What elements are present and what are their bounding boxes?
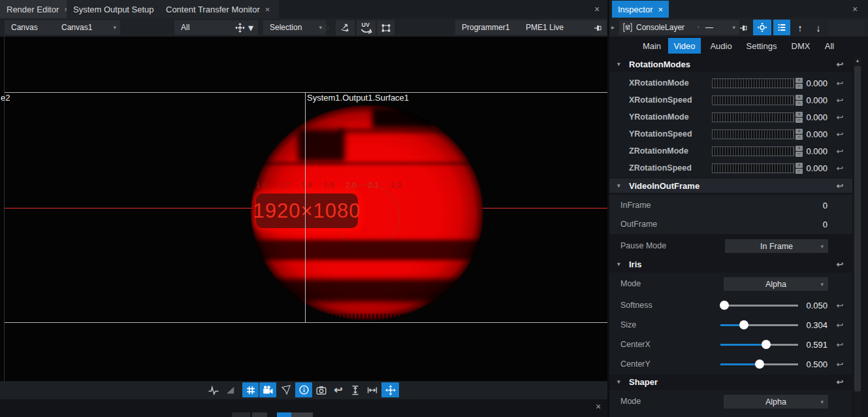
uv-edit-button[interactable]: UV <box>357 20 376 35</box>
pause-mode-dropdown[interactable]: In Frame ▾ <box>725 239 828 253</box>
chevron-down-icon: ▾ <box>820 281 824 288</box>
scroll-up-icon[interactable]: ▲ <box>854 56 861 65</box>
property-value[interactable]: 0.000 <box>773 129 828 139</box>
dropdown-value: Canvas <box>11 23 38 32</box>
iris-mode-dropdown[interactable]: Alpha ▾ <box>724 277 828 291</box>
reset-icon[interactable]: ↩ <box>834 163 846 173</box>
section-title: Iris <box>629 259 642 269</box>
property-row-xrotationspeed: XRotationSpeed +− 0.000 ↩ <box>609 93 852 108</box>
grid-toggle-button[interactable] <box>242 382 259 397</box>
move-tool-dropdown[interactable]: ▾ <box>230 20 258 35</box>
inspector-scrollbar[interactable]: ▲ <box>854 56 861 417</box>
tab-audio[interactable]: Audio <box>705 38 737 54</box>
expand-arrow-icon[interactable]: ▸ <box>611 24 615 31</box>
info-toggle-button[interactable] <box>295 382 312 397</box>
tab-all[interactable]: All <box>818 38 841 54</box>
property-value[interactable]: 0.000 <box>773 95 828 105</box>
video-camera-button[interactable] <box>259 382 276 397</box>
tab-dmx[interactable]: DMX <box>786 38 816 54</box>
canvas-type-dropdown[interactable]: Canvas ▾ <box>5 20 62 35</box>
pin-button[interactable] <box>590 20 607 35</box>
slider-handle[interactable] <box>739 320 748 329</box>
filter-dropdown[interactable]: All ▾ <box>174 20 237 35</box>
list-view-button[interactable] <box>773 20 790 35</box>
property-value[interactable]: 0.050 <box>773 301 828 310</box>
section-iris[interactable]: ▾ Iris ↩ <box>609 257 852 271</box>
reset-icon[interactable]: ↩ <box>834 259 846 269</box>
frame-transform-button[interactable] <box>377 20 394 35</box>
reset-icon[interactable]: ↩ <box>834 320 846 330</box>
tab-settings[interactable]: Settings <box>741 38 782 54</box>
property-value[interactable]: 0.000 <box>773 112 828 122</box>
property-value[interactable]: 0.591 <box>773 340 828 350</box>
slider-fill <box>720 363 760 365</box>
property-value[interactable]: 0.304 <box>773 320 828 330</box>
tab-content-transfer-monitor[interactable]: Content Transfer Monitor × <box>159 0 279 18</box>
pin-button[interactable] <box>735 20 752 35</box>
reset-icon[interactable]: ↩ <box>834 377 846 387</box>
collapse-icon[interactable]: ▾ <box>617 378 620 385</box>
property-value[interactable]: 0.000 <box>773 78 828 88</box>
slider-handle[interactable] <box>755 359 764 369</box>
close-icon[interactable]: × <box>658 5 663 14</box>
reset-icon[interactable]: ↩ <box>834 340 846 350</box>
property-row-iris-mode: Mode Alpha ▾ <box>609 275 852 293</box>
property-value[interactable]: 0 <box>773 220 828 229</box>
collapse-icon[interactable]: ▾ <box>617 261 620 267</box>
slider-handle[interactable] <box>720 301 729 310</box>
reset-icon[interactable]: ↩ <box>834 95 846 105</box>
pulse-icon-button[interactable] <box>205 382 222 397</box>
height-measure-button[interactable] <box>347 382 364 397</box>
programmer-dropdown[interactable]: Programmer1 ▾ <box>455 20 527 35</box>
dropdown-value: PME1 Live <box>526 23 564 32</box>
reset-icon[interactable]: ↩ <box>834 78 846 88</box>
canvas-name-dropdown[interactable]: Canvas1 ▾ <box>55 20 120 35</box>
property-value[interactable]: 0.000 <box>773 163 828 173</box>
reset-icon[interactable]: ↩ <box>834 181 846 191</box>
undo-icon-button[interactable]: ↩ <box>330 382 347 397</box>
scrollbar-thumb[interactable] <box>854 66 861 392</box>
render-viewport[interactable]: 1.6 1.7 1.8 1.9 2.0 2.1 2.2 1920×1080 e2… <box>0 37 607 381</box>
selection-mode-dropdown[interactable]: Selection ▾ <box>263 20 326 35</box>
collapse-icon[interactable]: ▾ <box>617 61 620 67</box>
tab-main[interactable]: Main <box>637 38 667 54</box>
surface-border-bottom <box>5 322 607 323</box>
follow-selection-button[interactable] <box>753 20 771 35</box>
move-toggle-button[interactable] <box>381 382 399 397</box>
close-icon[interactable]: × <box>852 4 858 14</box>
rotate-3d-button[interactable] <box>336 20 355 35</box>
tab-inspector[interactable]: Inspector × <box>612 1 669 18</box>
reset-icon[interactable]: ↩ <box>834 146 846 156</box>
close-icon[interactable]: × <box>594 4 600 14</box>
width-measure-button[interactable] <box>364 382 381 397</box>
reset-icon[interactable]: ↩ <box>834 129 846 139</box>
shaper-mode-dropdown[interactable]: Alpha ▾ <box>724 395 828 409</box>
tab-system-output-setup[interactable]: System Output Setup × <box>67 0 171 18</box>
layer-selector-dropdown[interactable]: ConsoleLayer ▾ <box>619 20 705 35</box>
reset-icon[interactable]: ↩ <box>834 301 846 310</box>
scale-number: 1.8 <box>301 181 312 189</box>
close-icon[interactable]: × <box>265 5 270 14</box>
property-value[interactable]: 0 <box>773 201 828 210</box>
reset-icon[interactable]: ↩ <box>834 112 846 122</box>
property-value[interactable]: 0.000 <box>773 146 828 156</box>
reset-icon[interactable]: ↩ <box>834 359 846 369</box>
collapse-icon[interactable]: ▾ <box>617 182 620 189</box>
reset-icon[interactable]: ↩ <box>834 59 846 69</box>
blend-dropdown[interactable]: — ▾ <box>699 20 739 35</box>
move-down-button[interactable]: ↓ <box>810 20 827 35</box>
slider-handle[interactable] <box>762 340 771 349</box>
tab-label: System Output Setup <box>73 5 154 14</box>
pme-live-dropdown[interactable]: PME1 Live ▾ <box>519 20 598 35</box>
move-up-button[interactable]: ↑ <box>792 20 809 35</box>
section-videoinoutframe[interactable]: ▾ VideoInOutFrame ↩ <box>609 178 852 193</box>
snapshot-button[interactable] <box>313 382 330 397</box>
section-rotationmodes[interactable]: ▾ RotationModes ↩ <box>609 57 852 71</box>
tab-video[interactable]: Video <box>668 38 701 54</box>
close-icon[interactable]: × <box>596 401 601 412</box>
kite-icon-button[interactable] <box>278 382 295 397</box>
section-shaper[interactable]: ▾ Shaper ↩ <box>609 375 852 389</box>
property-value[interactable]: 0.500 <box>773 359 828 369</box>
ramp-icon-button[interactable] <box>222 382 239 397</box>
console-layer-icon <box>622 22 633 33</box>
